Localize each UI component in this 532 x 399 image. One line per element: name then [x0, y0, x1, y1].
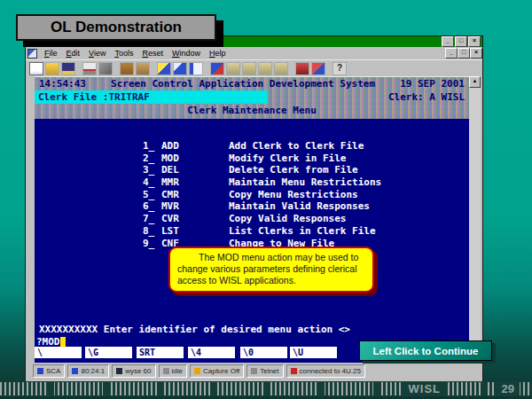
- printer-icon: [163, 368, 169, 374]
- terminal-emulator-window: _ □ × File Edit View Tools Reset Window …: [25, 35, 483, 383]
- menu-key: 6_: [143, 200, 161, 213]
- menu-key: 4_: [143, 176, 161, 189]
- status-size: 80:24:1: [67, 364, 109, 378]
- menu-edit[interactable]: Edit: [62, 48, 85, 59]
- menu-tools[interactable]: Tools: [110, 48, 137, 59]
- emulation-icon: [116, 368, 122, 374]
- status-capture: Capture Off: [190, 364, 244, 378]
- terminal-size-icon: [72, 368, 78, 374]
- status-text: Capture Off: [203, 367, 239, 375]
- status-text: 80:24:1: [81, 367, 105, 375]
- status-text: idle: [172, 367, 183, 375]
- macro-stop-icon[interactable]: [311, 62, 325, 75]
- terminal-time: 14:54:43: [39, 77, 86, 90]
- macro-record-icon[interactable]: [295, 62, 309, 75]
- fkey-field-1[interactable]: \: [35, 347, 82, 358]
- terminal-date: 19 SEP 2001: [400, 77, 465, 90]
- child-close-icon[interactable]: ×: [470, 48, 482, 59]
- minimize-icon[interactable]: _: [442, 36, 454, 47]
- child-minimize-icon[interactable]: _: [445, 48, 458, 59]
- terminal-app-title: Screen Control Application Development S…: [111, 77, 375, 90]
- close-icon[interactable]: ×: [468, 36, 481, 47]
- continue-button-label: Left Click to Continue: [373, 346, 479, 356]
- save-icon[interactable]: [61, 62, 75, 75]
- text-cursor: [60, 337, 66, 347]
- menu-desc: Modify Clerk in File: [229, 153, 346, 165]
- menu-action-prompt: XXXXXXXXXX Enter identifier of desired m…: [39, 324, 350, 335]
- menu-desc: Add Clerk to Clerk File: [229, 140, 364, 153]
- menu-code: MOD: [161, 153, 229, 165]
- fkey-field-2[interactable]: \G: [85, 347, 132, 358]
- fkey-field-6[interactable]: \U: [290, 347, 337, 358]
- help-icon[interactable]: ?: [332, 62, 347, 75]
- status-session: SCA: [33, 364, 65, 378]
- document-icon: [27, 49, 37, 59]
- new-file-icon[interactable]: [29, 62, 43, 75]
- find-icon[interactable]: [210, 62, 224, 75]
- scroll-up-icon[interactable]: ▲: [469, 76, 481, 88]
- open-file-icon[interactable]: [45, 62, 59, 75]
- session-icon: [37, 368, 43, 374]
- brand-label: WISL: [402, 381, 449, 396]
- fkey-field-4[interactable]: \4: [188, 347, 235, 358]
- capture-icon: [194, 368, 200, 374]
- fkey-4-icon[interactable]: [274, 62, 288, 75]
- menu-code: CVR: [161, 213, 229, 225]
- print-preview-icon[interactable]: [98, 62, 113, 75]
- clerk-name: Clerk: A WISL: [388, 90, 465, 104]
- fkey-3-icon[interactable]: [258, 62, 272, 75]
- fkey-field-5[interactable]: \0: [240, 347, 287, 358]
- clerk-file-field[interactable]: Clerk File :TRITRAF: [35, 90, 268, 104]
- menu-row-mvr[interactable]: 6_MVRMaintain Valid Responses: [143, 200, 381, 213]
- edit-icon[interactable]: [157, 62, 171, 75]
- cut-icon[interactable]: [120, 62, 134, 75]
- annotation-text: The MOD menu action may be used to chang…: [177, 252, 358, 286]
- page-number: 29: [497, 381, 520, 396]
- menu-row-del[interactable]: 3_DELDelete Clerk from File: [143, 164, 381, 176]
- menu-row-mmr[interactable]: 4_MMRMaintain Menu Restrictions: [143, 176, 381, 189]
- menu-desc: Maintain Menu Restrictions: [229, 176, 381, 189]
- menu-row-lst[interactable]: 8_LSTList Clerks in Clerk File: [143, 225, 381, 238]
- menu-key: 8_: [143, 225, 161, 238]
- copy-icon[interactable]: [136, 62, 150, 75]
- menu-key: 9_: [143, 238, 161, 250]
- menu-code: ADD: [161, 140, 229, 153]
- toolbar: ?: [26, 59, 482, 77]
- menu-help[interactable]: Help: [205, 48, 231, 59]
- status-emulation: wyse 60: [112, 364, 155, 378]
- print-icon[interactable]: [82, 62, 97, 75]
- fkey-1-icon[interactable]: [226, 62, 240, 75]
- menu-code: CMR: [161, 189, 229, 201]
- menu-file[interactable]: File: [40, 48, 62, 59]
- notebook-icon[interactable]: [189, 62, 203, 75]
- protocol-icon: [251, 368, 257, 374]
- vertical-scrollbar[interactable]: ▲ ▼: [469, 76, 481, 363]
- screen-title: Clerk Maintenance Menu: [187, 105, 317, 116]
- status-text: Telnet: [260, 367, 278, 375]
- menu-window[interactable]: Window: [168, 48, 205, 59]
- fkey-field-3[interactable]: SRT: [137, 347, 184, 358]
- slide-title-text: OL Demonstration: [51, 19, 182, 36]
- status-text: connected to 4U.25: [300, 367, 361, 375]
- menu-row-cvr[interactable]: 7_CVRCopy Valid Responses: [143, 213, 381, 225]
- terminal-header: 14:54:43 Screen Control Application Deve…: [35, 77, 469, 119]
- continue-button[interactable]: Left Click to Continue: [359, 340, 492, 361]
- menu-view[interactable]: View: [84, 48, 110, 59]
- menu-desc: Copy Valid Responses: [229, 213, 346, 225]
- restore-icon[interactable]: □: [455, 36, 467, 47]
- menu-code: MMR: [161, 176, 229, 189]
- child-restore-icon[interactable]: □: [458, 48, 470, 59]
- menu-bar: File Edit View Tools Reset Window Help _…: [26, 47, 482, 59]
- terminal-screen: 14:54:43 Screen Control Application Deve…: [35, 76, 469, 364]
- menu-row-cmr[interactable]: 5_CMRCopy Menu Restrictions: [143, 189, 381, 201]
- menu-key: 1_: [143, 140, 161, 153]
- menu-row-mod[interactable]: 2_MODModify Clerk in File: [143, 153, 381, 165]
- menu-desc: Copy Menu Restrictions: [229, 189, 358, 201]
- select-icon[interactable]: [173, 62, 187, 75]
- footer-band: WISL 29: [0, 381, 532, 396]
- annotation-callout: The MOD menu action may be used to chang…: [168, 246, 374, 293]
- status-bar: SCA 80:24:1 wyse 60 idle Capture Off Tel…: [27, 363, 479, 379]
- menu-row-add[interactable]: 1_ADDAdd Clerk to Clerk File: [143, 140, 381, 153]
- fkey-2-icon[interactable]: [242, 62, 256, 75]
- menu-reset[interactable]: Reset: [137, 48, 168, 59]
